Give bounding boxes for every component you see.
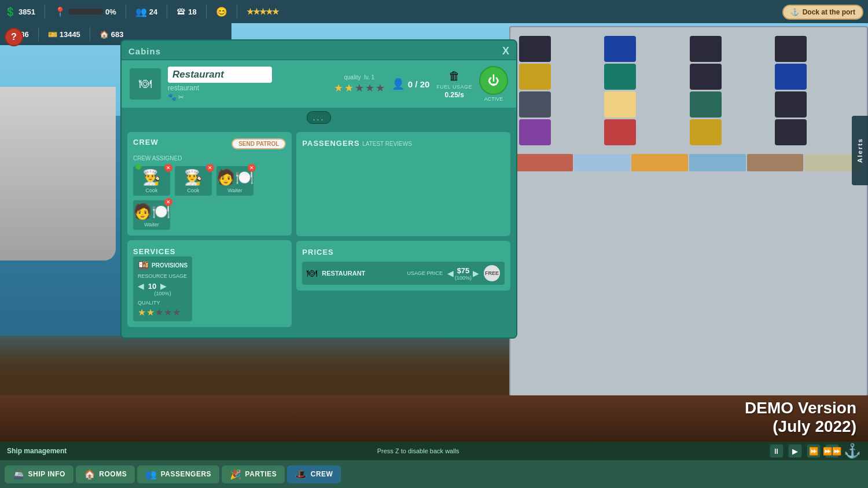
crew-panel-header: CREW SEND PATROL <box>133 138 286 150</box>
restaurant-icon-box: 🍽 <box>130 68 161 100</box>
quality-label: quality <box>344 74 361 80</box>
rating-stars: ★★★★★ <box>247 7 278 16</box>
crew-badge-1: ✕ <box>164 164 172 172</box>
mood-display: 😊 <box>216 6 227 17</box>
svc-star-4: ★ <box>164 307 172 318</box>
waiter-icon-2: 🧑‍🍽 <box>133 203 170 221</box>
modal-body: CREW SEND PATROL CREW ASSIGNED ✕ 👨‍🍳 Coo… <box>122 126 516 337</box>
svc-star-1: ★ <box>138 307 146 318</box>
divider <box>167 5 167 19</box>
power-icon: ⏻ <box>488 74 499 87</box>
rooms-display: 🏠 683 <box>100 30 124 39</box>
nav-ship-info[interactable]: 🚢 SHIP INFO <box>5 465 73 483</box>
dock-button[interactable]: ⚓ Dock at the port <box>782 5 863 20</box>
nav-crew[interactable]: 🎩 CREW <box>287 465 341 483</box>
rooms-nav-icon: 🏠 <box>84 469 96 480</box>
send-patrol-button[interactable]: SEND PATROL <box>231 138 286 149</box>
left-ship-bg <box>0 87 116 260</box>
playback-controls: ⏸ ▶ ⏩ ⏩⏩ ⚓ <box>770 443 861 459</box>
quality-stars: ★ ★ ★ ★ ★ <box>334 82 385 94</box>
price-decrease-btn[interactable]: ◀ <box>447 269 454 278</box>
resource-increase-btn[interactable]: ▶ <box>160 281 167 291</box>
provisions-header: 🍱 PROVISIONS <box>138 260 187 271</box>
cook-icon-1: 👨‍🍳 <box>142 168 161 186</box>
crew-dot-1 <box>135 164 141 170</box>
ship-room <box>689 154 746 171</box>
ship-window <box>604 119 636 145</box>
modal-right-col: PASSENGERS LATEST REVIEWS PRICES 🍽 RESTA… <box>296 132 510 332</box>
fuel-label: FUEL USAGE <box>436 84 472 90</box>
divider <box>206 5 207 19</box>
svc-star-5: ★ <box>172 307 181 318</box>
quality-stars-block: ★ ★ ★ ★ ★ <box>138 307 187 318</box>
svc-star-2: ★ <box>146 307 155 318</box>
help-button[interactable]: ? <box>5 28 23 46</box>
nav-parties[interactable]: 🎉 PARTIES <box>222 465 285 483</box>
restaurant-icon: 🍽 <box>139 76 152 91</box>
crew-badge-4: ✕ <box>164 198 172 206</box>
faster-fwd-btn[interactable]: ⏩⏩ <box>825 444 839 458</box>
crew-card-cook-2[interactable]: ✕ 👨‍🍳 Cook <box>175 166 212 196</box>
tickets-display: 🎫 13445 <box>48 30 80 39</box>
top-bar: 💲 3851 📍 0% 👥 24 🛎 18 😊 ★★★★★ <box>0 0 868 23</box>
fast-fwd-btn[interactable]: ⏩ <box>807 444 821 458</box>
active-label: ACTIVE <box>484 96 503 102</box>
play-btn[interactable]: ▶ <box>788 444 802 458</box>
pause-btn[interactable]: ⏸ <box>770 444 784 458</box>
bottom-bar: Ship management Press Z to disable back … <box>0 442 868 488</box>
active-button[interactable]: ⏻ <box>479 66 508 95</box>
rating-display: ★★★★★ <box>247 7 278 16</box>
crew-card-waiter-1[interactable]: ✕ 🧑‍🍽 Waiter <box>216 166 253 196</box>
cook-label-1: Cook <box>145 188 157 193</box>
resource-decrease-btn[interactable]: ◀ <box>138 281 144 291</box>
active-section: ⏻ ACTIVE <box>479 66 508 102</box>
modal-left-col: CREW SEND PATROL CREW ASSIGNED ✕ 👨‍🍳 Coo… <box>127 132 292 332</box>
free-badge: FREE <box>484 265 500 281</box>
dots-button[interactable]: ... <box>307 111 332 124</box>
cook-icon-2: 👨‍🍳 <box>184 168 203 186</box>
press-z-label: Press Z to disable back walls <box>377 447 459 454</box>
restaurant-name-input[interactable] <box>168 67 272 83</box>
modal-close-button[interactable]: X <box>502 45 509 57</box>
price-increase-btn[interactable]: ▶ <box>473 269 479 278</box>
crew-card-cook-1[interactable]: ✕ 👨‍🍳 Cook <box>133 166 170 196</box>
star-4: ★ <box>365 82 374 94</box>
ship-window <box>690 64 722 90</box>
nav-passengers[interactable]: 👥 PASSENGERS <box>137 465 219 483</box>
star-3: ★ <box>355 82 364 94</box>
ship-window <box>519 119 551 145</box>
bottom-bar-top: Ship management Press Z to disable back … <box>0 442 868 460</box>
mood-icon: 😊 <box>216 6 227 17</box>
prices-title: PRICES <box>302 248 333 256</box>
parties-nav-icon: 🎉 <box>230 469 242 480</box>
nav-rooms[interactable]: 🏠 ROOMS <box>76 465 135 483</box>
anchor-bottom-icon: ⚓ <box>844 443 861 459</box>
star-2: ★ <box>344 82 354 94</box>
crew-badge-3: ✕ <box>248 164 256 172</box>
fuel-section: 🗑 FUEL USAGE 0.25/s <box>436 69 472 99</box>
ship-info-label: SHIP INFO <box>28 470 65 478</box>
quality-section: quality lv. 1 ★ ★ ★ ★ ★ <box>334 74 385 94</box>
demo-version-label: DEMO Version (July 2022) <box>745 399 856 436</box>
usage-price-label: USAGE PRICE <box>407 270 443 276</box>
ship-window <box>690 119 722 145</box>
staff-value: 18 <box>188 8 196 16</box>
ship-window <box>519 36 551 62</box>
star-1: ★ <box>334 82 343 94</box>
provisions-block: 🍱 PROVISIONS RESOURCE USAGE ◀ 10 ▶ (100%… <box>133 256 192 321</box>
ship-window <box>775 119 807 145</box>
price-value: $75 <box>457 266 470 275</box>
ship-building <box>509 26 868 397</box>
crew-card-waiter-2[interactable]: ✕ 🧑‍🍽 Waiter <box>133 200 170 230</box>
latest-reviews-label: LATEST REVIEWS <box>362 141 412 147</box>
modal-header: Cabins X <box>122 41 516 60</box>
alerts-panel: Alerts <box>852 116 868 185</box>
price-restaurant-name: RESTAURANT <box>322 270 402 277</box>
restaurant-header: 🍽 restaurant 🐾 ✂ quality lv. 1 ★ ★ ★ ★ ★ <box>122 60 516 108</box>
passengers-scroll[interactable] <box>302 148 505 223</box>
price-restaurant-icon: 🍽 <box>307 267 317 280</box>
money-display: 💲 3851 <box>5 6 35 17</box>
price-pct: (100%) <box>455 275 472 281</box>
cabin-modal: Cabins X 🍽 restaurant 🐾 ✂ quality lv. 1 … <box>120 39 517 339</box>
quality-block: QUALITY ★ ★ ★ ★ ★ <box>138 300 187 318</box>
